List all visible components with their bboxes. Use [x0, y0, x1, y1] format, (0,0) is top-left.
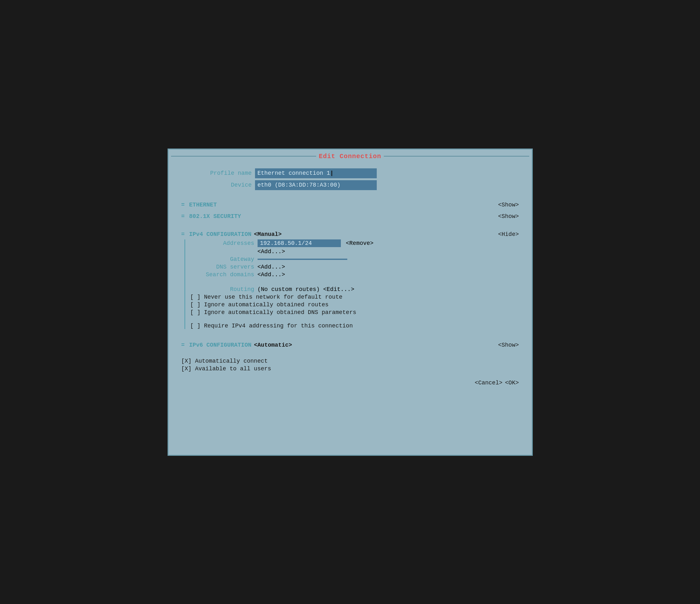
ipv6-mode[interactable]: <Automatic>	[254, 342, 292, 348]
checkbox4-value[interactable]: [ ] Require IPv4 addressing for this con…	[190, 323, 353, 329]
allusers-row[interactable]: [X] Available to all users	[181, 366, 519, 372]
content-area: Profile name Ethernet connection 1 Devic…	[169, 163, 532, 396]
autoconnect-row[interactable]: [X] Automatically connect	[181, 358, 519, 364]
ipv4-label: IPv4 CONFIGURATION	[189, 231, 251, 237]
checkbox2-row[interactable]: [ ] Ignore automatically obtained routes	[190, 301, 519, 308]
ipv4-hide[interactable]: <Hide>	[498, 231, 519, 237]
addresses-row: Addresses 192.168.50.1/24 <Remove>	[190, 239, 519, 247]
ok-button[interactable]: <OK>	[505, 379, 519, 386]
gateway-label: Gateway	[190, 256, 254, 262]
ethernet-section-left: = ETHERNET	[181, 202, 217, 208]
checkbox4-row[interactable]: [ ] Require IPv4 addressing for this con…	[190, 323, 519, 329]
ipv6-section-left: = IPv6 CONFIGURATION <Automatic>	[181, 342, 292, 348]
ethernet-eq: =	[181, 202, 185, 208]
security-eq: =	[181, 213, 185, 219]
autoconnect-value[interactable]: [X] Automatically connect	[181, 358, 268, 364]
addresses-remove[interactable]: <Remove>	[346, 240, 374, 246]
routing-label: Routing	[190, 286, 254, 293]
bottom-actions: <Cancel> <OK>	[181, 379, 519, 386]
dns-row: DNS servers <Add...>	[190, 264, 519, 270]
ipv6-show[interactable]: <Show>	[498, 342, 519, 348]
terminal-window: Edit Connection Profile name Ethernet co…	[168, 149, 533, 456]
window-title: Edit Connection	[319, 153, 381, 160]
ipv4-content: Addresses 192.168.50.1/24 <Remove> <Add.…	[184, 239, 519, 329]
security-section-header: = 802.1X SECURITY <Show>	[181, 213, 519, 219]
profile-name-value[interactable]: Ethernet connection 1	[255, 168, 377, 178]
ipv4-mode[interactable]: <Manual>	[254, 231, 282, 237]
routing-value[interactable]: (No custom routes) <Edit...>	[257, 286, 354, 293]
dns-label: DNS servers	[190, 264, 254, 270]
ethernet-section-header: = ETHERNET <Show>	[181, 202, 519, 208]
checkbox2-value[interactable]: [ ] Ignore automatically obtained routes	[190, 301, 329, 308]
ipv6-label: IPv6 CONFIGURATION	[189, 342, 251, 348]
search-domains-value[interactable]: <Add...>	[257, 271, 285, 278]
add-address-btn[interactable]: <Add...>	[257, 248, 285, 255]
device-row: Device eth0 (D8:3A:DD:78:A3:00)	[181, 180, 519, 190]
gateway-value[interactable]	[257, 259, 347, 260]
addresses-label: Addresses	[190, 240, 254, 246]
add-address-row: <Add...>	[190, 248, 519, 255]
ipv4-eq: =	[181, 231, 185, 237]
cancel-button[interactable]: <Cancel>	[475, 379, 502, 386]
checkbox3-row[interactable]: [ ] Ignore automatically obtained DNS pa…	[190, 309, 519, 316]
gateway-row: Gateway	[190, 256, 519, 262]
device-value[interactable]: eth0 (D8:3A:DD:78:A3:00)	[255, 180, 377, 190]
security-section-left: = 802.1X SECURITY	[181, 213, 241, 219]
addresses-value[interactable]: 192.168.50.1/24	[257, 239, 341, 247]
title-bar: Edit Connection	[169, 150, 532, 163]
ipv4-section-header: = IPv4 CONFIGURATION <Manual> <Hide>	[181, 231, 519, 237]
security-show[interactable]: <Show>	[498, 213, 519, 219]
routing-row: Routing (No custom routes) <Edit...>	[190, 286, 519, 293]
checkbox1-value[interactable]: [ ] Never use this network for default r…	[190, 294, 343, 300]
checkbox3-value[interactable]: [ ] Ignore automatically obtained DNS pa…	[190, 309, 356, 316]
ipv6-section-header: = IPv6 CONFIGURATION <Automatic> <Show>	[181, 342, 519, 348]
allusers-value[interactable]: [X] Available to all users	[181, 366, 271, 372]
ipv6-eq: =	[181, 342, 185, 348]
dns-value[interactable]: <Add...>	[257, 264, 285, 270]
security-label: 802.1X SECURITY	[189, 213, 241, 219]
ipv4-section-left: = IPv4 CONFIGURATION <Manual>	[181, 231, 282, 237]
search-domains-row: Search domains <Add...>	[190, 271, 519, 278]
ethernet-show[interactable]: <Show>	[498, 202, 519, 208]
search-domains-label: Search domains	[190, 271, 254, 278]
ethernet-label: ETHERNET	[189, 202, 217, 208]
profile-name-row: Profile name Ethernet connection 1	[181, 168, 519, 178]
device-label: Device	[181, 181, 252, 189]
profile-name-label: Profile name	[181, 169, 252, 178]
checkbox1-row[interactable]: [ ] Never use this network for default r…	[190, 294, 519, 300]
